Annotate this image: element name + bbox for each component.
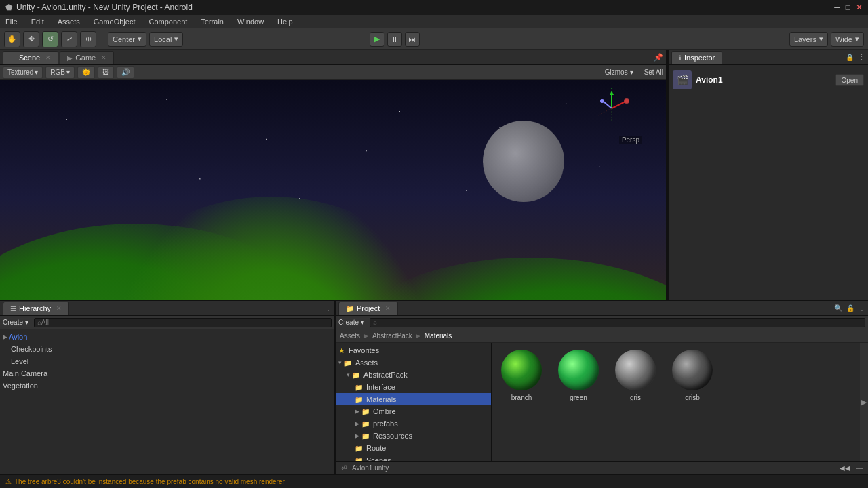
tree-interface[interactable]: 📁 Interface xyxy=(336,381,491,393)
pivot-arrow: ▾ xyxy=(138,35,142,43)
tab-inspector[interactable]: ℹ Inspector xyxy=(671,51,722,64)
tree-scenes[interactable]: 📁 Scenes xyxy=(336,454,491,461)
hierarchy-item-vegetation[interactable]: Vegetation xyxy=(0,380,334,392)
inspector-object-icon: 🎬 xyxy=(673,70,692,89)
menu-help[interactable]: Help xyxy=(275,17,296,26)
menu-gameobject[interactable]: GameObject xyxy=(91,17,138,26)
menu-assets[interactable]: Assets xyxy=(55,17,83,26)
tool-hand[interactable]: ✋ xyxy=(4,31,20,47)
layout-label: Wide xyxy=(835,35,852,43)
inspector-tabs: ℹ Inspector 🔒 ⋮ xyxy=(669,50,868,65)
game-tab-icon: ▶ xyxy=(67,54,73,62)
tab-hierarchy[interactable]: ☰ Hierarchy ✕ xyxy=(3,302,69,315)
project-tabs: 📁 Project ✕ 🔍 🔒 ⋮ xyxy=(336,301,868,316)
gizmos-btn[interactable]: Gizmos ▾ xyxy=(605,68,633,76)
inspector-pin[interactable]: 🔒 xyxy=(846,54,854,61)
hierarchy-item-level[interactable]: Level xyxy=(0,355,334,367)
asset-gris-thumb xyxy=(614,348,657,392)
play-button[interactable]: ▶ xyxy=(370,32,384,47)
layers-label: Layers xyxy=(794,35,816,43)
breadcrumb-materials[interactable]: Materials xyxy=(425,332,452,340)
hierarchy-panel: ☰ Hierarchy ✕ ⋮ Create ▾ ▶ Avion Checkpo… xyxy=(0,301,336,474)
scene-tabs: ☰ Scene ✕ ▶ Game ✕ 📌 xyxy=(0,50,666,65)
hierarchy-create-btn[interactable]: Create ▾ xyxy=(3,319,28,326)
scene-tab-close[interactable]: ✕ xyxy=(45,54,51,61)
tree-route[interactable]: 📁 Route xyxy=(336,442,491,454)
tree-abstractpack[interactable]: ▾ 📁 AbstractPack xyxy=(336,369,491,381)
scene-sky-btn[interactable]: 🖼 xyxy=(98,66,114,79)
tree-favorites[interactable]: ★ Favorites xyxy=(336,344,491,357)
asset-green[interactable]: green xyxy=(551,346,606,404)
menu-terrain[interactable]: Terrain xyxy=(198,17,226,26)
pivot-dropdown[interactable]: Center ▾ xyxy=(108,32,146,47)
assets-folder-icon: 📁 xyxy=(344,359,352,367)
layers-dropdown[interactable]: Layers ▾ xyxy=(789,32,828,47)
layout-dropdown[interactable]: Wide ▾ xyxy=(831,32,864,47)
window-title: Unity - Avion1.unity - New Unity Project… xyxy=(16,3,193,12)
project-action-more[interactable]: ⋮ xyxy=(859,304,865,312)
project-create-btn[interactable]: Create ▾ xyxy=(338,319,364,326)
hierarchy-search[interactable] xyxy=(34,318,332,327)
game-tab-close[interactable]: ✕ xyxy=(101,54,106,61)
bottom-scene-bar: ⏎ Avion1.unity ◀◀ — xyxy=(336,461,868,474)
pause-button[interactable]: ⏸ xyxy=(387,32,402,47)
space-dropdown[interactable]: Local ▾ xyxy=(149,32,183,47)
breadcrumb-abstractpack[interactable]: AbstractPack xyxy=(372,332,412,340)
asset-scroll-right[interactable]: ▶ xyxy=(860,343,868,461)
hierarchy-tab-close[interactable]: ✕ xyxy=(56,305,62,312)
panel-pin-icon[interactable]: 📌 xyxy=(654,53,663,62)
scene-effects-btn[interactable]: 🌞 xyxy=(77,66,95,79)
tool-rotate[interactable]: ↺ xyxy=(42,31,58,47)
asset-grisb[interactable]: grisb xyxy=(665,346,719,404)
vegetation-label: Vegetation xyxy=(3,382,38,390)
tab-scene[interactable]: ☰ Scene ✕ xyxy=(3,51,58,64)
ressources-arrow: ▶ xyxy=(355,432,359,439)
asset-green-thumb xyxy=(557,348,600,392)
maximize-btn[interactable]: □ xyxy=(846,3,850,12)
tool-scale[interactable]: ⤢ xyxy=(61,31,77,47)
tree-prefabs[interactable]: ▶ 📁 prefabs xyxy=(336,418,491,430)
close-btn[interactable]: ✕ xyxy=(856,3,863,12)
menu-component[interactable]: Component xyxy=(146,17,190,26)
inspector-options[interactable]: ⋮ xyxy=(858,53,865,62)
tab-game[interactable]: ▶ Game ✕ xyxy=(60,51,114,64)
breadcrumb-sep-2: ► xyxy=(415,332,422,340)
asset-green-label: green xyxy=(570,394,587,401)
project-tab-close[interactable]: ✕ xyxy=(385,305,391,312)
project-tree: ★ Favorites ▾ 📁 Assets ▾ 📁 AbstractPack … xyxy=(336,343,492,461)
color-mode-label: RGB xyxy=(50,68,65,76)
timeline-icon: ◀◀ xyxy=(840,464,850,472)
project-action-search[interactable]: 🔍 xyxy=(834,304,842,312)
hierarchy-item-checkpoints[interactable]: Checkpoints xyxy=(0,343,334,355)
menu-window[interactable]: Window xyxy=(235,17,267,26)
gris-sphere xyxy=(615,350,656,390)
tree-assets[interactable]: ▾ 📁 Assets xyxy=(336,357,491,369)
tree-materials[interactable]: 📁 Materials xyxy=(336,393,491,405)
tab-project[interactable]: 📁 Project ✕ xyxy=(338,302,398,315)
tree-ressources[interactable]: ▶ 📁 Ressources xyxy=(336,430,491,442)
asset-branch[interactable]: branch xyxy=(494,346,549,404)
view-mode-label: Textured xyxy=(7,68,33,76)
tree-ombre[interactable]: ▶ 📁 Ombre xyxy=(336,405,491,418)
breadcrumb-assets[interactable]: Assets xyxy=(340,332,360,340)
set-all-btn[interactable]: Set All xyxy=(644,68,663,76)
hierarchy-item-avion[interactable]: ▶ Avion xyxy=(0,331,334,343)
scene-audio-btn[interactable]: 🔊 xyxy=(117,66,134,79)
open-button[interactable]: Open xyxy=(835,74,864,86)
minimize-btn[interactable]: ─ xyxy=(834,3,840,12)
tool-rect[interactable]: ⊕ xyxy=(80,31,96,47)
status-warning-text: The tree arbre3 couldn't be instanced be… xyxy=(14,478,285,485)
view-mode-btn[interactable]: Textured ▾ xyxy=(3,66,43,79)
hierarchy-list: ▶ Avion Checkpoints Level Main Camera Ve… xyxy=(0,329,334,474)
project-search[interactable] xyxy=(370,318,865,327)
hierarchy-item-camera[interactable]: Main Camera xyxy=(0,367,334,380)
color-mode-btn[interactable]: RGB ▾ xyxy=(45,66,75,79)
step-button[interactable]: ⏭ xyxy=(405,32,420,47)
asset-gris[interactable]: gris xyxy=(608,346,663,404)
project-action-lock[interactable]: 🔒 xyxy=(846,304,854,312)
scene-toolbar: Textured ▾ RGB ▾ 🌞 🖼 🔊 Gizmos ▾ Set All xyxy=(0,65,666,80)
menu-file[interactable]: File xyxy=(3,17,20,26)
tool-move[interactable]: ✥ xyxy=(23,31,39,47)
hierarchy-pin[interactable]: ⋮ xyxy=(325,304,332,312)
menu-edit[interactable]: Edit xyxy=(28,17,47,26)
